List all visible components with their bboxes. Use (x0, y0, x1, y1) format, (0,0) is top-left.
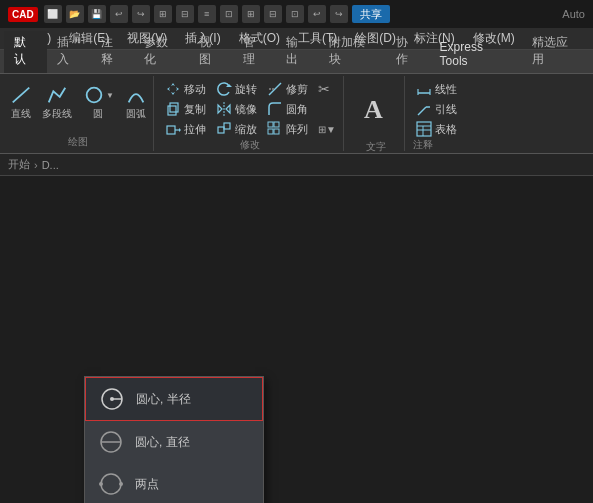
tool-fillet[interactable]: 圆角 (264, 100, 311, 118)
tool-arc-label: 圆弧 (126, 107, 146, 121)
mirror-icon (216, 101, 232, 117)
svg-rect-6 (170, 103, 178, 112)
extra-icon-7[interactable]: ⊡ (286, 5, 304, 23)
tool-stretch[interactable]: 拉伸 (162, 120, 209, 138)
draw-group: 直线 多段线 ▼ 圆 (4, 76, 154, 151)
share-icon-btn[interactable]: 共享 (352, 5, 390, 23)
breadcrumb-start[interactable]: 开始 (8, 157, 30, 172)
svg-rect-14 (224, 123, 230, 129)
dropdown-item-two-point[interactable]: 两点 (85, 463, 263, 503)
cad-logo: CAD (8, 7, 38, 22)
extra-icon-6[interactable]: ⊟ (264, 5, 282, 23)
move-icon (165, 81, 181, 97)
redo-icon[interactable]: ↪ (132, 5, 150, 23)
copy-icon (165, 101, 181, 117)
tool-scale-label: 缩放 (235, 122, 257, 137)
svg-rect-5 (168, 106, 176, 115)
tab-output[interactable]: 输出 (276, 31, 319, 73)
extra-icon-5[interactable]: ⊞ (242, 5, 260, 23)
save-icon[interactable]: 💾 (88, 5, 106, 23)
tool-polyline[interactable]: 多段线 (40, 82, 74, 123)
extra-icon-1[interactable]: ⊞ (154, 5, 172, 23)
svg-marker-8 (218, 105, 222, 113)
tool-rotate[interactable]: 旋转 (213, 80, 260, 98)
ribbon-panel: 直线 多段线 ▼ 圆 (0, 74, 593, 154)
tab-addon[interactable]: 附加模块 (319, 31, 386, 73)
extra-icon-8[interactable]: ↩ (308, 5, 326, 23)
extra-icon-9[interactable]: ↪ (330, 5, 348, 23)
svg-point-34 (101, 474, 121, 494)
breadcrumb-drawing[interactable]: D... (42, 159, 59, 171)
extra-icon-4[interactable]: ⊡ (220, 5, 238, 23)
tab-featured[interactable]: 精选应用 (522, 31, 589, 73)
extra-icon-2[interactable]: ⊟ (176, 5, 194, 23)
title-bar: CAD ⬜ 📂 💾 ↩ ↪ ⊞ ⊟ ≡ ⊡ ⊞ ⊟ ⊡ ↩ ↪ 共享 Auto (0, 0, 593, 28)
svg-rect-17 (268, 129, 273, 134)
tool-rotate-label: 旋转 (235, 82, 257, 97)
draw-top-row: 直线 多段线 ▼ 圆 (8, 78, 149, 123)
array-icon (267, 121, 283, 137)
extra-icon-3[interactable]: ≡ (198, 5, 216, 23)
tool-leader[interactable]: 引线 (413, 100, 460, 118)
tool-text[interactable]: A (354, 78, 398, 138)
tool-trim-ext[interactable]: ✂ (315, 80, 333, 98)
trim-icon (267, 81, 283, 97)
annot-row-1: 线性 (413, 80, 545, 98)
tool-circle[interactable]: ▼ 圆 (80, 82, 117, 123)
tool-fillet-label: 圆角 (286, 102, 308, 117)
undo-icon[interactable]: ↩ (110, 5, 128, 23)
circle-center-diameter-icon (97, 428, 125, 456)
breadcrumb-bar: 开始 › D... (0, 154, 593, 176)
modify-group-label: 修改 (162, 138, 339, 152)
svg-rect-18 (274, 129, 279, 134)
tool-dim-linear[interactable]: 线性 (413, 80, 460, 98)
tool-arc[interactable]: 圆弧 (123, 82, 149, 123)
tab-manage[interactable]: 管理 (233, 31, 276, 73)
tool-line[interactable]: 直线 (8, 82, 34, 123)
dropdown-item-center-radius[interactable]: 圆心, 半径 (85, 377, 263, 421)
tool-table-label: 表格 (435, 122, 457, 137)
svg-point-36 (119, 482, 123, 486)
circle-center-radius-icon (98, 385, 126, 413)
tool-array-label: 阵列 (286, 122, 308, 137)
annot-rows: 线性 引线 表格 (413, 78, 545, 138)
ribbon-tabs: 默认 插入 注释 参数化 视图 管理 输出 附加模块 协作 Express To… (0, 50, 593, 74)
tab-parametric[interactable]: 参数化 (134, 31, 189, 73)
tab-express-tools[interactable]: Express Tools (430, 37, 523, 73)
svg-rect-15 (268, 122, 273, 127)
tab-view[interactable]: 视图 (189, 31, 232, 73)
tool-copy[interactable]: 复制 (162, 100, 209, 118)
tool-scale[interactable]: 缩放 (213, 120, 260, 138)
open-icon[interactable]: 📂 (66, 5, 84, 23)
circle-dropdown-menu: 圆心, 半径 圆心, 直径 两点 (84, 376, 264, 503)
leader-icon (416, 101, 432, 117)
tool-array-ext[interactable]: ⊞▼ (315, 123, 339, 136)
tool-table[interactable]: 表格 (413, 120, 460, 138)
canvas-area: 圆心, 半径 圆心, 直径 两点 (0, 176, 593, 503)
draw-group-label: 绘图 (8, 135, 149, 149)
tool-move[interactable]: 移动 (162, 80, 209, 98)
tool-line-label: 直线 (11, 107, 31, 121)
new-icon[interactable]: ⬜ (44, 5, 62, 23)
circle-btn-inner: ▼ (83, 84, 114, 106)
fillet-icon (267, 101, 283, 117)
tool-mirror[interactable]: 镜像 (213, 100, 260, 118)
svg-marker-9 (226, 105, 230, 113)
tab-annotation[interactable]: 注释 (91, 31, 134, 73)
dropdown-item-center-diameter[interactable]: 圆心, 直径 (85, 421, 263, 463)
dim-linear-icon (416, 81, 432, 97)
svg-marker-12 (179, 128, 181, 132)
tab-default[interactable]: 默认 (4, 31, 47, 73)
text-group: A 文字 (348, 76, 405, 151)
rotate-icon (216, 81, 232, 97)
circle-two-point-icon (97, 470, 125, 498)
tool-array[interactable]: 阵列 (264, 120, 311, 138)
tool-copy-label: 复制 (184, 102, 206, 117)
tab-insert[interactable]: 插入 (47, 31, 90, 73)
tool-leader-label: 引线 (435, 102, 457, 117)
tool-array-ext-icon: ⊞▼ (318, 124, 336, 135)
svg-point-1 (87, 88, 102, 103)
tool-trim-label: 修剪 (286, 82, 308, 97)
tool-trim[interactable]: 修剪 (264, 80, 311, 98)
tab-collaborate[interactable]: 协作 (386, 31, 429, 73)
